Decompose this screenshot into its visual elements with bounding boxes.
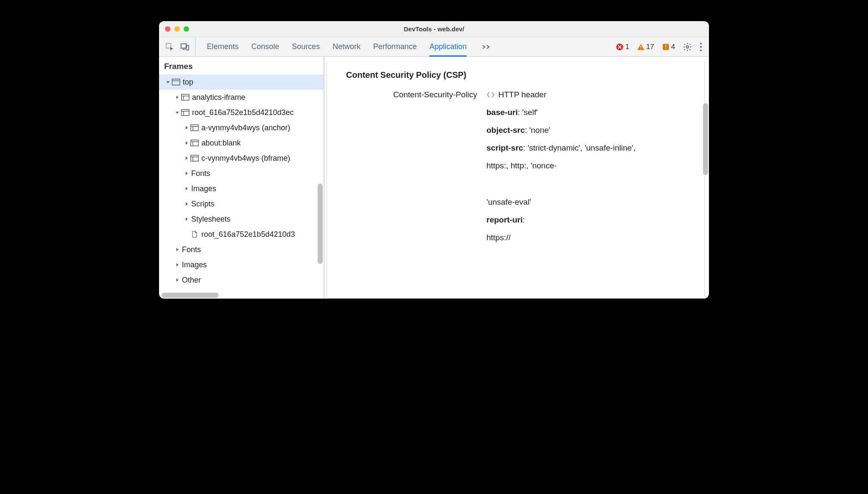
chevron-right-icon[interactable] (184, 156, 190, 160)
tree-item-label: Fonts (191, 169, 210, 178)
issues-badge[interactable]: 4 (662, 43, 675, 51)
svg-rect-5 (640, 46, 641, 48)
svg-rect-8 (665, 45, 666, 47)
window-title: DevTools - web.dev/ (159, 25, 709, 33)
settings-gear-icon[interactable] (683, 42, 692, 52)
tree-item-label: root_616a752e1b5d4210d3ec (192, 108, 294, 117)
svg-point-10 (686, 46, 689, 48)
tab-sources[interactable]: Sources (292, 37, 320, 56)
tree-row[interactable]: root_616a752e1b5d4210d3ec (159, 105, 324, 120)
chevron-right-icon[interactable] (184, 141, 190, 145)
tree-item-label: analytics-iframe (192, 93, 245, 102)
code-brackets-icon (486, 91, 495, 98)
chevron-right-icon[interactable] (184, 171, 190, 176)
csp-values: HTTP headerbase-uri: 'self'object-src: '… (486, 90, 697, 251)
issues-count: 4 (671, 43, 675, 51)
tree-item-label: top (183, 78, 193, 87)
tree-item-label: root_616a752e1b5d4210d3 (201, 230, 295, 239)
content-vertical-scrollbar[interactable] (703, 103, 708, 175)
svg-point-11 (700, 43, 702, 44)
tree-row[interactable]: about:blank (159, 135, 324, 151)
inspect-element-icon[interactable] (165, 42, 174, 52)
svg-point-12 (700, 46, 702, 48)
svg-rect-19 (181, 110, 189, 115)
sidebar-heading: Frames (159, 57, 324, 74)
csp-directive-continuation: 'unsafe-eval' (486, 198, 697, 207)
csp-header-label: Content-Security-Policy (346, 90, 477, 251)
errors-badge[interactable]: 1 (616, 43, 629, 51)
frame-icon (190, 124, 200, 131)
frame-icon (190, 140, 200, 146)
warnings-badge[interactable]: 17 (637, 43, 654, 51)
tree-row[interactable]: Stylesheets (159, 211, 324, 227)
tree-item-label: Other (182, 276, 201, 285)
frames-tree: topanalytics-iframeroot_616a752e1b5d4210… (159, 74, 324, 288)
titlebar: DevTools - web.dev/ (159, 21, 709, 37)
csp-directive: script-src: 'strict-dynamic', 'unsafe-in… (486, 143, 697, 153)
devtools-window: DevTools - web.dev/ ElementsConsoleSourc… (159, 21, 709, 299)
device-toolbar-icon[interactable] (180, 42, 190, 52)
tab-elements[interactable]: Elements (207, 37, 239, 56)
csp-directive-continuation (486, 179, 697, 189)
tree-item-label: Scripts (191, 200, 214, 209)
chevron-down-icon[interactable] (165, 80, 171, 84)
chevron-right-icon[interactable] (184, 126, 190, 130)
tree-row[interactable]: a-vynmy4vb4wys (anchor) (159, 120, 324, 135)
chevron-right-icon[interactable] (174, 95, 180, 99)
csp-directive-continuation: https:, http:, 'nonce- (486, 161, 697, 170)
tree-row[interactable]: root_616a752e1b5d4210d3 (159, 227, 324, 242)
svg-rect-6 (640, 48, 641, 49)
tree-item-label: about:blank (201, 139, 241, 148)
svg-rect-28 (191, 155, 198, 161)
csp-section-heading: Content Security Policy (CSP) (346, 70, 697, 80)
chevron-right-icon[interactable] (174, 247, 180, 252)
maximize-window-button[interactable] (184, 26, 189, 32)
tree-row[interactable]: Other (159, 272, 324, 288)
chevron-right-icon[interactable] (184, 217, 190, 221)
tree-row[interactable]: Scripts (159, 196, 324, 211)
warnings-count: 17 (646, 43, 654, 51)
main-split: Frames topanalytics-iframeroot_616a752e1… (159, 57, 709, 299)
tree-row[interactable]: analytics-iframe (159, 90, 324, 105)
frames-sidebar: Frames topanalytics-iframeroot_616a752e1… (159, 57, 324, 299)
tree-row[interactable]: Images (159, 257, 324, 272)
csp-header-value: HTTP header (498, 90, 547, 99)
svg-rect-9 (665, 48, 666, 49)
tab-application[interactable]: Application (429, 37, 467, 56)
doc-icon (190, 231, 200, 238)
chevron-right-icon[interactable] (184, 202, 190, 206)
svg-rect-22 (191, 125, 198, 131)
close-window-button[interactable] (165, 26, 170, 32)
tree-item-label: Fonts (182, 245, 201, 254)
sidebar-horizontal-scrollbar[interactable] (162, 293, 219, 298)
traffic-lights (165, 26, 189, 32)
chevron-right-icon[interactable] (174, 278, 180, 282)
frame-icon (190, 155, 200, 162)
tab-console[interactable]: Console (251, 37, 279, 56)
minimize-window-button[interactable] (174, 26, 180, 32)
errors-count: 1 (625, 43, 629, 51)
more-panels-button[interactable] (478, 44, 495, 50)
tree-item-label: c-vynmy4vb4wys (bframe) (201, 154, 290, 163)
more-options-icon[interactable] (700, 42, 702, 52)
tree-row[interactable]: Fonts (159, 166, 324, 181)
tree-item-label: Stylesheets (191, 215, 231, 224)
frame-details-content: Content Security Policy (CSP) Content-Se… (325, 57, 709, 299)
tab-performance[interactable]: Performance (373, 37, 417, 56)
tree-row[interactable]: top (159, 74, 324, 90)
tree-row[interactable]: c-vynmy4vb4wys (bframe) (159, 151, 324, 166)
chevron-right-icon[interactable] (184, 187, 190, 191)
tree-item-label: Images (191, 184, 216, 193)
frame-icon (180, 94, 190, 101)
csp-directive: object-src: 'none' (486, 126, 697, 135)
tab-network[interactable]: Network (332, 37, 360, 56)
sidebar-vertical-scrollbar[interactable] (318, 184, 323, 264)
panel-tabs: ElementsConsoleSourcesNetworkPerformance… (196, 37, 478, 56)
csp-directive: report-uri: (486, 215, 697, 225)
chevron-down-icon[interactable] (174, 110, 180, 115)
chevron-right-icon[interactable] (174, 263, 180, 267)
svg-point-13 (700, 49, 702, 51)
csp-directive: base-uri: 'self' (486, 108, 697, 117)
tree-row[interactable]: Fonts (159, 242, 324, 257)
tree-row[interactable]: Images (159, 181, 324, 196)
